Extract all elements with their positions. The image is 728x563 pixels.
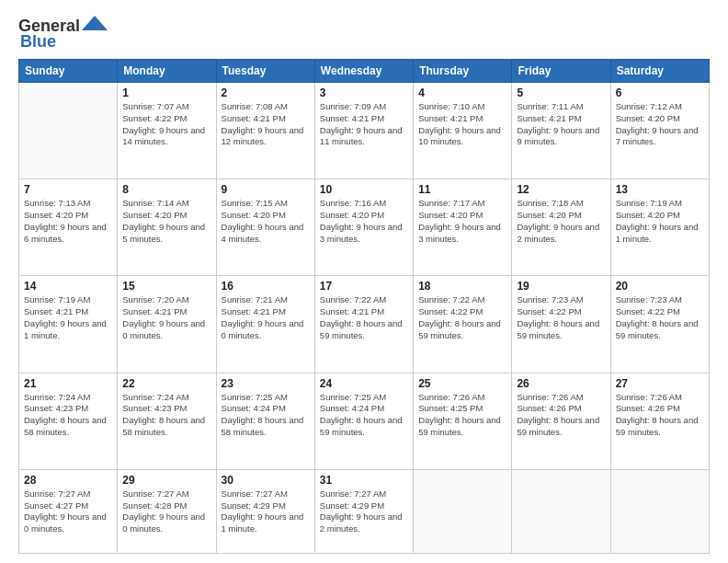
day-info: Sunrise: 7:26 AMSunset: 4:25 PMDaylight:… (418, 392, 506, 439)
calendar-week-row: 7Sunrise: 7:13 AMSunset: 4:20 PMDaylight… (19, 179, 710, 276)
weekday-header-thursday: Thursday (414, 60, 512, 83)
calendar-cell: 9Sunrise: 7:15 AMSunset: 4:20 PMDaylight… (216, 179, 314, 276)
calendar-cell: 10Sunrise: 7:16 AMSunset: 4:20 PMDayligh… (314, 179, 413, 276)
day-info: Sunrise: 7:27 AMSunset: 4:29 PMDaylight:… (320, 488, 408, 535)
day-info: Sunrise: 7:11 AMSunset: 4:21 PMDaylight:… (517, 101, 605, 148)
day-info: Sunrise: 7:16 AMSunset: 4:20 PMDaylight:… (320, 198, 408, 245)
day-info: Sunrise: 7:20 AMSunset: 4:21 PMDaylight:… (122, 294, 210, 341)
day-number: 8 (122, 183, 210, 196)
calendar-cell: 6Sunrise: 7:12 AMSunset: 4:20 PMDaylight… (610, 83, 709, 179)
day-info: Sunrise: 7:26 AMSunset: 4:26 PMDaylight:… (517, 392, 605, 439)
calendar-cell: 21Sunrise: 7:24 AMSunset: 4:23 PMDayligh… (19, 373, 118, 469)
calendar-cell: 8Sunrise: 7:14 AMSunset: 4:20 PMDaylight… (118, 179, 216, 276)
calendar-cell: 22Sunrise: 7:24 AMSunset: 4:23 PMDayligh… (118, 373, 216, 469)
day-info: Sunrise: 7:10 AMSunset: 4:21 PMDaylight:… (418, 101, 506, 148)
page: General Blue SundayMondayTuesdayWednesda… (0, 0, 728, 563)
logo: General Blue (18, 17, 108, 52)
day-number: 2 (222, 86, 310, 99)
day-number: 12 (517, 183, 605, 196)
day-number: 9 (222, 183, 310, 196)
day-info: Sunrise: 7:27 AMSunset: 4:28 PMDaylight:… (122, 488, 210, 535)
calendar-cell (414, 469, 512, 553)
day-number: 17 (320, 280, 408, 293)
calendar-cell: 14Sunrise: 7:19 AMSunset: 4:21 PMDayligh… (19, 276, 118, 373)
day-number: 22 (122, 377, 210, 390)
day-number: 25 (418, 377, 506, 390)
calendar-cell: 24Sunrise: 7:25 AMSunset: 4:24 PMDayligh… (314, 373, 413, 469)
calendar-week-row: 28Sunrise: 7:27 AMSunset: 4:27 PMDayligh… (19, 469, 710, 553)
calendar-cell: 19Sunrise: 7:23 AMSunset: 4:22 PMDayligh… (512, 276, 610, 373)
day-info: Sunrise: 7:22 AMSunset: 4:21 PMDaylight:… (320, 294, 408, 341)
calendar-table: SundayMondayTuesdayWednesdayThursdayFrid… (18, 59, 710, 554)
day-number: 14 (24, 280, 112, 293)
day-number: 28 (24, 474, 112, 487)
calendar-cell: 15Sunrise: 7:20 AMSunset: 4:21 PMDayligh… (118, 276, 216, 373)
day-info: Sunrise: 7:08 AMSunset: 4:21 PMDaylight:… (222, 101, 310, 148)
day-info: Sunrise: 7:15 AMSunset: 4:20 PMDaylight:… (222, 198, 310, 245)
day-number: 7 (24, 183, 112, 196)
weekday-header-friday: Friday (512, 60, 610, 83)
calendar-cell: 30Sunrise: 7:27 AMSunset: 4:29 PMDayligh… (216, 469, 314, 553)
calendar-week-row: 21Sunrise: 7:24 AMSunset: 4:23 PMDayligh… (19, 373, 710, 469)
calendar-cell: 17Sunrise: 7:22 AMSunset: 4:21 PMDayligh… (314, 276, 413, 373)
calendar-cell: 29Sunrise: 7:27 AMSunset: 4:28 PMDayligh… (118, 469, 216, 553)
calendar-cell: 20Sunrise: 7:23 AMSunset: 4:22 PMDayligh… (610, 276, 709, 373)
day-number: 21 (24, 377, 112, 390)
day-info: Sunrise: 7:18 AMSunset: 4:20 PMDaylight:… (517, 198, 605, 245)
calendar-cell: 12Sunrise: 7:18 AMSunset: 4:20 PMDayligh… (512, 179, 610, 276)
calendar-cell (512, 469, 610, 553)
day-info: Sunrise: 7:13 AMSunset: 4:20 PMDaylight:… (24, 198, 112, 245)
day-info: Sunrise: 7:12 AMSunset: 4:20 PMDaylight:… (616, 101, 704, 148)
weekday-header-tuesday: Tuesday (216, 60, 314, 83)
day-info: Sunrise: 7:22 AMSunset: 4:22 PMDaylight:… (418, 294, 506, 341)
day-number: 30 (222, 474, 310, 487)
header: General Blue (18, 17, 710, 52)
day-info: Sunrise: 7:23 AMSunset: 4:22 PMDaylight:… (616, 294, 704, 341)
day-info: Sunrise: 7:24 AMSunset: 4:23 PMDaylight:… (122, 392, 210, 439)
day-number: 23 (222, 377, 310, 390)
day-info: Sunrise: 7:25 AMSunset: 4:24 PMDaylight:… (320, 392, 408, 439)
day-info: Sunrise: 7:14 AMSunset: 4:20 PMDaylight:… (122, 198, 210, 245)
day-info: Sunrise: 7:24 AMSunset: 4:23 PMDaylight:… (24, 392, 112, 439)
weekday-header-monday: Monday (118, 60, 216, 83)
logo-blue: Blue (20, 32, 56, 52)
day-info: Sunrise: 7:07 AMSunset: 4:22 PMDaylight:… (122, 101, 210, 148)
weekday-header-row: SundayMondayTuesdayWednesdayThursdayFrid… (19, 60, 710, 83)
calendar-week-row: 14Sunrise: 7:19 AMSunset: 4:21 PMDayligh… (19, 276, 710, 373)
calendar-cell: 16Sunrise: 7:21 AMSunset: 4:21 PMDayligh… (216, 276, 314, 373)
day-info: Sunrise: 7:26 AMSunset: 4:26 PMDaylight:… (616, 392, 704, 439)
calendar-cell (19, 83, 118, 179)
day-number: 15 (122, 280, 210, 293)
day-number: 26 (517, 377, 605, 390)
day-info: Sunrise: 7:17 AMSunset: 4:20 PMDaylight:… (418, 198, 506, 245)
weekday-header-wednesday: Wednesday (314, 60, 413, 83)
day-number: 11 (418, 183, 506, 196)
calendar-cell: 11Sunrise: 7:17 AMSunset: 4:20 PMDayligh… (414, 179, 512, 276)
day-number: 24 (320, 377, 408, 390)
calendar-cell: 31Sunrise: 7:27 AMSunset: 4:29 PMDayligh… (314, 469, 413, 553)
day-number: 5 (517, 86, 605, 99)
calendar-cell (610, 469, 709, 553)
day-info: Sunrise: 7:27 AMSunset: 4:29 PMDaylight:… (222, 488, 310, 535)
day-info: Sunrise: 7:19 AMSunset: 4:20 PMDaylight:… (616, 198, 704, 245)
day-number: 4 (418, 86, 506, 99)
calendar-cell: 1Sunrise: 7:07 AMSunset: 4:22 PMDaylight… (118, 83, 216, 179)
day-info: Sunrise: 7:25 AMSunset: 4:24 PMDaylight:… (222, 392, 310, 439)
day-info: Sunrise: 7:27 AMSunset: 4:27 PMDaylight:… (24, 488, 112, 535)
day-number: 18 (418, 280, 506, 293)
logo-icon (82, 14, 108, 32)
day-number: 31 (320, 474, 408, 487)
calendar-cell: 27Sunrise: 7:26 AMSunset: 4:26 PMDayligh… (610, 373, 709, 469)
day-number: 27 (616, 377, 704, 390)
day-number: 1 (122, 86, 210, 99)
calendar-cell: 18Sunrise: 7:22 AMSunset: 4:22 PMDayligh… (414, 276, 512, 373)
calendar-cell: 5Sunrise: 7:11 AMSunset: 4:21 PMDaylight… (512, 83, 610, 179)
calendar-cell: 3Sunrise: 7:09 AMSunset: 4:21 PMDaylight… (314, 83, 413, 179)
calendar-cell: 13Sunrise: 7:19 AMSunset: 4:20 PMDayligh… (610, 179, 709, 276)
calendar-cell: 26Sunrise: 7:26 AMSunset: 4:26 PMDayligh… (512, 373, 610, 469)
day-info: Sunrise: 7:09 AMSunset: 4:21 PMDaylight:… (320, 101, 408, 148)
calendar-cell: 7Sunrise: 7:13 AMSunset: 4:20 PMDaylight… (19, 179, 118, 276)
svg-marker-0 (82, 16, 108, 30)
calendar-cell: 2Sunrise: 7:08 AMSunset: 4:21 PMDaylight… (216, 83, 314, 179)
day-number: 16 (222, 280, 310, 293)
